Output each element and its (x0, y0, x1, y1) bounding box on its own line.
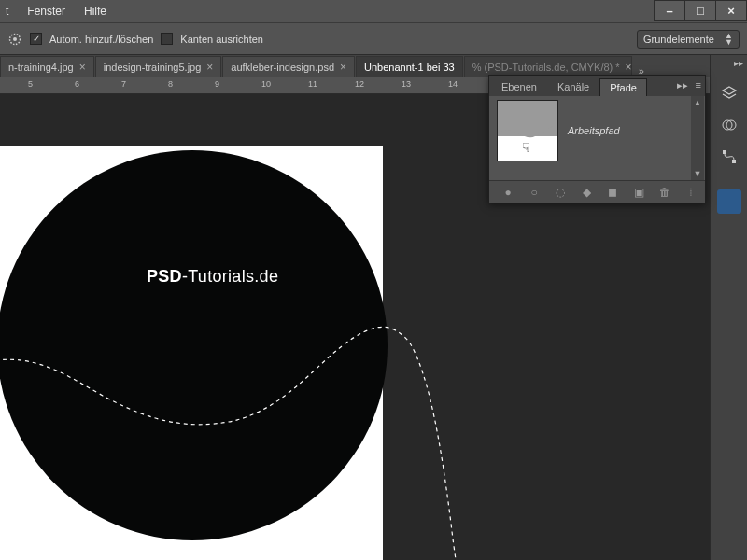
chevron-updown-icon: ▲▼ (725, 33, 733, 46)
auto-add-checkbox[interactable]: ✓ (30, 33, 42, 45)
workspace-label: Grundelemente (643, 34, 714, 45)
fill-path-icon[interactable]: ● (501, 186, 514, 199)
add-mask-icon[interactable]: ◼ (606, 186, 619, 199)
document-tab[interactable]: aufkleber-indesign.psd× (222, 56, 355, 77)
selected-dock-item[interactable] (717, 189, 741, 214)
panel-collapse-icon[interactable]: ▸▸ (677, 79, 688, 91)
document-title-overflow: % (PSD-Tutorials.de, CMYK/8) *× (464, 56, 632, 77)
panel-menu-icon[interactable]: ≡ (696, 79, 701, 91)
artboard: PSD-Tutorials.de (0, 146, 383, 560)
window-controls: – □ × (655, 0, 747, 23)
panel-body: ☟ Arbeitspfad ▲ ▼ (489, 96, 705, 180)
gear-icon[interactable] (7, 32, 22, 47)
stroke-path-icon[interactable]: ○ (528, 186, 541, 199)
close-icon[interactable]: × (79, 61, 86, 74)
svg-rect-5 (732, 160, 736, 163)
hand-cursor-icon: ☟ (522, 140, 530, 155)
panel-tab-layers[interactable]: Ebenen (491, 77, 547, 96)
minimize-button[interactable]: – (654, 0, 685, 21)
panel-tab-channels[interactable]: Kanäle (547, 77, 599, 96)
menu-item[interactable]: t (6, 5, 8, 18)
scroll-down-icon[interactable]: ▼ (691, 167, 704, 180)
svg-rect-4 (723, 150, 726, 154)
dock-collapse-icon[interactable]: ▸▸ (734, 58, 743, 68)
menu-item-window[interactable]: Fenster (27, 5, 65, 18)
close-button[interactable]: × (715, 0, 747, 21)
options-bar: ✓ Autom. hinzuf./löschen Kanten ausricht… (0, 23, 747, 55)
menu-item-help[interactable]: Hilfe (84, 5, 106, 18)
selection-to-path-icon[interactable]: ◆ (580, 186, 593, 199)
scroll-up-icon[interactable]: ▲ (691, 96, 704, 109)
menu-bar: t Fenster Hilfe (0, 0, 747, 23)
path-to-selection-icon[interactable]: ◌ (554, 186, 567, 199)
paths-panel: Ebenen Kanäle Pfade ▸▸ ≡ ☟ Arbeitspfad ▲… (488, 75, 706, 203)
close-icon[interactable]: × (340, 61, 346, 74)
layers-icon[interactable] (717, 81, 741, 105)
logo-text: PSD-Tutorials.de (147, 267, 278, 287)
new-path-icon[interactable]: ▣ (632, 186, 645, 199)
document-tab[interactable]: indesign-training5.jpg× (95, 56, 222, 77)
svg-point-1 (13, 37, 17, 41)
path-thumbnail: ☟ (497, 100, 558, 161)
path-item-label: Arbeitspfad (568, 125, 620, 136)
align-edges-label: Kanten ausrichten (180, 34, 263, 45)
right-dock (710, 55, 747, 560)
panel-scrollbar[interactable]: ▲ ▼ (691, 96, 704, 180)
auto-add-label: Autom. hinzuf./löschen (49, 34, 153, 45)
panel-tabstrip: Ebenen Kanäle Pfade ▸▸ ≡ (489, 76, 705, 96)
align-edges-checkbox[interactable] (161, 33, 173, 45)
panel-footer: ● ○ ◌ ◆ ◼ ▣ 🗑 ⁞ (489, 180, 705, 203)
circle-shape (0, 150, 388, 540)
document-tab-active[interactable]: Unbenannt-1 bei 33 (356, 56, 463, 77)
path-item[interactable]: ☟ Arbeitspfad (489, 96, 705, 165)
document-tab[interactable]: n-training4.jpg× (0, 56, 94, 77)
resize-grip-icon[interactable]: ⁞ (684, 186, 698, 199)
paths-icon[interactable] (717, 145, 741, 169)
channels-icon[interactable] (717, 113, 741, 137)
workspace-dropdown[interactable]: Grundelemente ▲▼ (637, 30, 740, 49)
close-icon[interactable]: × (206, 61, 213, 74)
close-icon[interactable]: × (626, 61, 632, 74)
maximize-button[interactable]: □ (684, 0, 716, 21)
delete-path-icon[interactable]: 🗑 (658, 186, 671, 199)
panel-tab-paths[interactable]: Pfade (599, 78, 647, 97)
